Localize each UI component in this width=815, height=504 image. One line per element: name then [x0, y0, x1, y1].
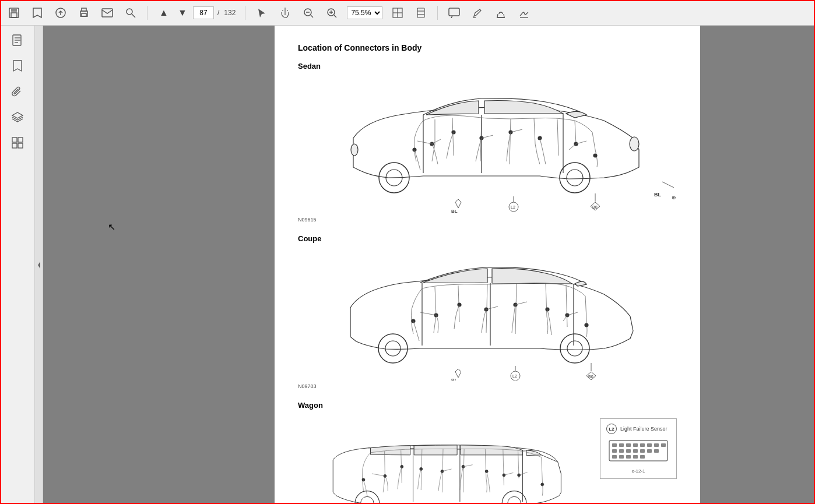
svg-rect-118 [626, 443, 631, 447]
select-tool-button[interactable] [254, 5, 270, 21]
separator-3 [437, 6, 438, 20]
svg-rect-32 [18, 138, 23, 142]
legend-symbol: L2 [606, 424, 617, 434]
zoom-out-button[interactable] [300, 5, 317, 21]
left-sidebar [0, 26, 35, 504]
svg-rect-34 [18, 143, 23, 148]
document-area[interactable]: Location of Connectors in Body Sedan [160, 26, 815, 504]
zoom-in-button[interactable] [324, 5, 340, 21]
svg-rect-7 [102, 9, 113, 17]
sedan-caption: N09615 [298, 217, 677, 223]
stamp-button[interactable] [493, 5, 509, 21]
collapse-panel-handle[interactable] [35, 26, 43, 504]
zoom-selector[interactable]: 75.5% 50% 75% 100% 125% 150% [347, 6, 382, 19]
pan-tool-button[interactable] [277, 5, 293, 21]
svg-rect-124 [612, 449, 617, 453]
svg-rect-130 [654, 449, 659, 453]
svg-point-67 [385, 341, 401, 356]
svg-rect-23 [449, 8, 459, 16]
wagon-diagram: Wagon [298, 401, 588, 504]
svg-point-51 [593, 154, 597, 157]
svg-rect-119 [633, 443, 638, 447]
svg-rect-116 [612, 443, 617, 447]
sidebar-icon-content[interactable] [9, 134, 26, 151]
svg-rect-33 [12, 143, 17, 148]
sedan-label: Sedan [298, 62, 677, 71]
fit-page-button[interactable] [389, 5, 406, 21]
sidebar-icon-attachments[interactable] [9, 83, 26, 100]
svg-rect-31 [12, 138, 17, 142]
page-navigation: ▲ ▼ / 132 [156, 5, 237, 21]
svg-text:B0: B0 [592, 205, 598, 209]
svg-point-75 [412, 319, 415, 323]
svg-point-68 [560, 334, 589, 363]
svg-point-77 [585, 323, 588, 327]
legend-box: L2 Light Failure Sensor [600, 418, 677, 479]
svg-text:L2: L2 [512, 374, 517, 378]
sidebar-icon-layers[interactable] [9, 108, 26, 126]
search-button[interactable] [122, 5, 139, 21]
wagon-label: Wagon [298, 401, 588, 410]
sidebar-icon-pages[interactable] [9, 31, 26, 49]
page-separator: / [216, 9, 220, 17]
svg-point-100 [362, 478, 365, 481]
svg-point-95 [401, 466, 403, 468]
svg-rect-134 [633, 455, 638, 459]
svg-rect-132 [619, 455, 624, 459]
side-panel [43, 26, 160, 504]
svg-point-43 [630, 137, 639, 151]
svg-point-90 [355, 491, 380, 504]
main-layout: Location of Connectors in Body Sedan [0, 26, 815, 504]
sedan-svg: BL ⊕ BL L2 B0 [298, 74, 677, 214]
svg-point-103 [541, 483, 544, 486]
upload-button[interactable] [52, 5, 69, 21]
page-down-button[interactable]: ▼ [174, 5, 191, 21]
svg-line-16 [334, 15, 336, 17]
toolbar: ▲ ▼ / 132 75.5% 50% 75% 1 [0, 0, 815, 26]
svg-marker-78 [455, 369, 461, 378]
page-title: Location of Connectors in Body [298, 43, 677, 52]
page-canvas: Location of Connectors in Body Sedan [275, 26, 700, 504]
separator-2 [245, 6, 245, 20]
svg-rect-6 [82, 13, 86, 16]
svg-point-101 [503, 474, 505, 477]
svg-rect-123 [661, 443, 666, 447]
comment-button[interactable] [446, 5, 462, 21]
separator-1 [147, 6, 147, 20]
email-button[interactable] [99, 5, 115, 21]
svg-marker-55 [455, 199, 461, 208]
svg-point-91 [361, 496, 374, 504]
page-total: 132 [223, 9, 237, 17]
svg-text:BL: BL [451, 209, 458, 214]
svg-rect-5 [82, 8, 86, 11]
svg-rect-1 [11, 8, 17, 12]
page-number-input[interactable] [193, 6, 214, 19]
scroll-mode-button[interactable] [413, 5, 429, 21]
sign-button[interactable] [516, 5, 532, 21]
svg-rect-117 [619, 443, 624, 447]
svg-rect-129 [647, 449, 652, 453]
sidebar-icon-bookmarks[interactable] [9, 57, 26, 75]
markup-button[interactable] [469, 5, 486, 21]
coupe-diagram: Coupe [298, 234, 677, 389]
svg-line-9 [132, 14, 135, 17]
svg-rect-122 [654, 443, 659, 447]
svg-rect-133 [626, 455, 631, 459]
svg-rect-131 [612, 455, 617, 459]
svg-point-8 [127, 9, 132, 15]
sedan-diagram: Sedan [298, 62, 677, 223]
coupe-label: Coupe [298, 234, 677, 243]
bookmark-button[interactable] [29, 5, 45, 21]
svg-text:BL: BL [654, 192, 661, 198]
save-button[interactable] [6, 5, 22, 21]
wagon-svg: BL L2 B0 BR [298, 413, 588, 504]
svg-point-102 [518, 474, 521, 477]
svg-text:L2: L2 [511, 205, 515, 209]
coupe-caption: N09703 [298, 383, 677, 389]
print-button[interactable] [76, 5, 92, 21]
svg-rect-127 [633, 449, 638, 453]
legend-diagram [606, 438, 670, 467]
svg-rect-135 [640, 455, 645, 459]
page-up-button[interactable]: ▲ [156, 5, 172, 21]
svg-text:⊕: ⊕ [672, 195, 676, 200]
